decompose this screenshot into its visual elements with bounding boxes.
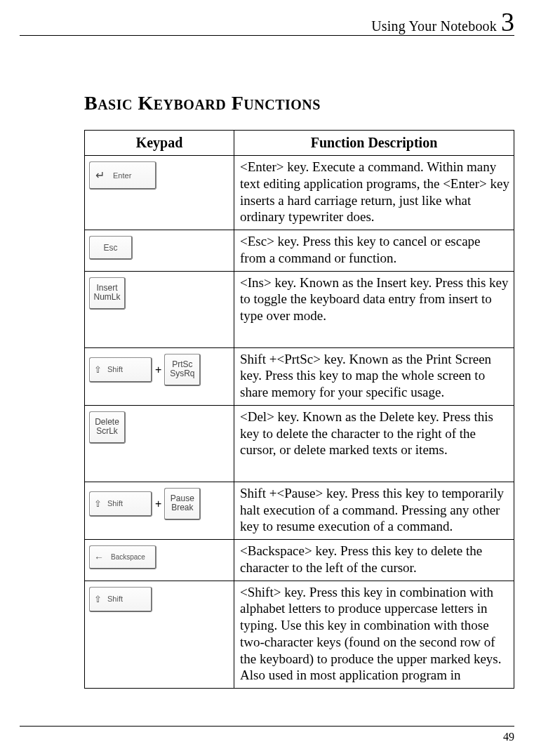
plus-icon: +	[155, 364, 161, 376]
table-row: Esc <Esc> key. Press this key to cancel …	[85, 230, 514, 272]
row-description: <Ins> key. Known as the Insert key. Pres…	[234, 271, 514, 347]
chapter-number: 3	[501, 8, 514, 35]
shift-pause-combo: ⇧ Shift + Pause Break	[89, 488, 201, 520]
shift-prtsc-combo: ⇧ Shift + PrtSc SysRq	[89, 354, 201, 386]
plus-icon: +	[155, 498, 161, 510]
pause-key-icon: Pause Break	[164, 488, 201, 520]
running-header: Using Your Notebook 3	[20, 8, 514, 36]
return-arrow-icon: ↵	[95, 168, 105, 182]
row-description: <Backspace> key. Press this key to delet…	[234, 540, 514, 581]
shift-arrow-icon: ⇧	[94, 594, 102, 604]
delete-key-icon: Delete ScrLk	[89, 411, 126, 444]
keyboard-functions-table: Keypad Function Description ↵ Enter <Ent…	[84, 130, 514, 689]
section-heading: Basic Keyboard Functions	[84, 92, 514, 114]
table-row: ⇧ Shift <Shift> key. Press this key in c…	[85, 581, 514, 689]
row-description: <Enter> key. Execute a command. Within m…	[234, 156, 514, 230]
table-header-keypad: Keypad	[85, 131, 234, 156]
table-row: Delete ScrLk <Del> key. Known as the Del…	[85, 405, 514, 482]
row-description: <Shift> key. Press this key in combinati…	[234, 581, 514, 689]
shift-arrow-icon: ⇧	[94, 364, 102, 375]
enter-key-icon: ↵ Enter	[89, 161, 156, 190]
running-header-title: Using Your Notebook	[371, 18, 497, 34]
table-row: ← Backspace <Backspace> key. Press this …	[85, 540, 514, 581]
row-description: <Esc> key. Press this key to cancel or e…	[234, 230, 514, 272]
table-row: Insert NumLk <Ins> key. Known as the Ins…	[85, 271, 514, 347]
table-row: ⇧ Shift + PrtSc SysRq Shift +<PrtSc> key…	[85, 347, 514, 405]
insert-key-icon: Insert NumLk	[89, 277, 126, 310]
row-description: Shift +<PrtSc> key. Known as the Print S…	[234, 347, 514, 405]
prtsc-key-icon: PrtSc SysRq	[164, 354, 201, 386]
shift-arrow-icon: ⇧	[94, 498, 102, 509]
table-row: ↵ Enter <Enter> key. Execute a command. …	[85, 156, 514, 230]
esc-key-icon: Esc	[89, 236, 133, 260]
page-number: 49	[503, 731, 514, 743]
table-row: ⇧ Shift + Pause Break Shift +<Pause> key…	[85, 482, 514, 539]
page-footer: 49	[20, 726, 514, 756]
table-header-description: Function Description	[234, 131, 514, 156]
left-arrow-icon: ←	[94, 552, 104, 563]
backspace-key-icon: ← Backspace	[89, 545, 156, 569]
shift-key-icon: ⇧ Shift	[89, 491, 152, 517]
row-description: <Del> key. Known as the Delete key. Pres…	[234, 405, 514, 482]
row-description: Shift +<Pause> key. Press this key to te…	[234, 482, 514, 539]
shift-key-icon: ⇧ Shift	[89, 587, 152, 612]
shift-key-icon: ⇧ Shift	[89, 357, 152, 383]
